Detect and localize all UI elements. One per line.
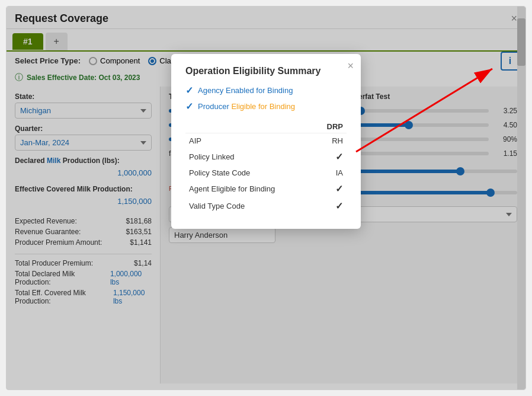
modal-col2-header: DRP: [314, 120, 347, 133]
valid-type-label: Valid Type Code: [185, 197, 314, 215]
table-row: Policy Linked ✓: [185, 148, 347, 165]
table-row: Valid Type Code ✓: [185, 197, 347, 215]
table-row: AIP RH: [185, 133, 347, 149]
table-row: Agent Eligible for Binding ✓: [185, 180, 347, 197]
policy-linked-label: Policy Linked: [185, 148, 314, 165]
aip-value: RH: [314, 133, 347, 149]
check-icon-1: ✓: [185, 85, 193, 96]
agent-eligible-value: ✓: [314, 180, 347, 197]
check-text-1: Agency Enabled for Binding: [198, 86, 293, 95]
modal-col1-header: [185, 120, 314, 133]
main-window: Request Coverage × #1 + Select Price Typ…: [6, 6, 526, 390]
policy-state-label: Policy State Code: [185, 165, 314, 180]
modal-title: Operation Eligibility Summary: [185, 66, 347, 76]
modal-overlay: × Operation Eligibility Summary ✓ Agency…: [7, 7, 525, 389]
table-row: Policy State Code IA: [185, 165, 347, 180]
modal-check-row-1: ✓ Agency Enabled for Binding: [185, 85, 347, 96]
modal-table: DRP AIP RH Policy Linked ✓ Policy State …: [185, 120, 347, 215]
modal-close-button[interactable]: ×: [347, 60, 354, 72]
policy-state-value: IA: [314, 165, 347, 180]
modal-check-row-2: ✓ Producer Eligible for Binding: [185, 101, 347, 112]
valid-type-value: ✓: [314, 197, 347, 215]
aip-label: AIP: [185, 133, 314, 149]
check-text-2: Producer Eligible for Binding: [198, 102, 295, 111]
modal-box: × Operation Eligibility Summary ✓ Agency…: [171, 54, 361, 229]
policy-linked-value: ✓: [314, 148, 347, 165]
agent-eligible-label: Agent Eligible for Binding: [185, 180, 314, 197]
check-icon-2: ✓: [185, 101, 193, 112]
